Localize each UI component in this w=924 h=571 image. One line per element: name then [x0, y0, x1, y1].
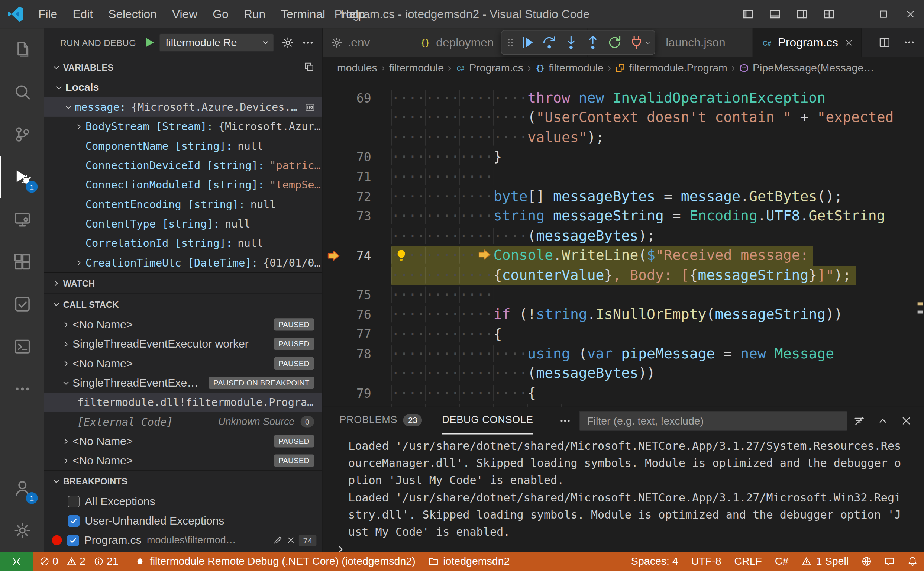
menu-go[interactable]: Go — [205, 0, 236, 28]
panel-tab-debug-console[interactable]: DEBUG CONSOLE — [442, 407, 533, 435]
indentation-status-item[interactable]: Spaces: 4 — [625, 552, 685, 571]
breadcrumb-item[interactable]: filtermodule — [389, 62, 444, 74]
toolbar-grip-icon[interactable] — [504, 37, 516, 48]
workspace-status-item[interactable]: iotedgemsdn2 — [422, 552, 516, 571]
breakpoint-checkbox[interactable] — [67, 534, 79, 546]
launch-config-select[interactable]: filtermodule Re — [159, 34, 274, 52]
maximize-panel-button[interactable] — [871, 407, 894, 435]
tab-.env[interactable]: .env — [323, 28, 412, 57]
activity-run-and-debug[interactable]: 1 — [0, 156, 44, 198]
variables-section-header[interactable]: VARIABLES — [44, 57, 322, 78]
code-row[interactable]: 78················using (var pipeMessage… — [323, 344, 924, 364]
notifications-status-item[interactable] — [901, 552, 924, 571]
code-row[interactable]: ················("UserContext doesn't co… — [323, 108, 924, 128]
breadcrumb-item[interactable]: filtermodule.Program — [615, 62, 727, 74]
activity-additional-views[interactable] — [0, 368, 44, 410]
toggle-panel-button[interactable] — [761, 0, 788, 28]
web-status-item[interactable] — [855, 552, 878, 571]
thread-row[interactable]: <No Name>PAUSED — [44, 315, 322, 334]
variable-row[interactable]: ContentEncoding [string]:null — [44, 194, 322, 214]
diagnostics-status-item[interactable]: 0221 — [33, 552, 129, 571]
code-row[interactable]: 76············if (!string.IsNullOrEmpty(… — [323, 305, 924, 324]
code-row[interactable]: 75············ — [323, 285, 924, 305]
variable-row[interactable]: ComponentName [string]:null — [44, 136, 322, 155]
code-row[interactable]: 71············ — [323, 167, 924, 187]
menu-run[interactable]: Run — [236, 0, 273, 28]
code-row[interactable]: 77············{ — [323, 324, 924, 344]
restart-button[interactable] — [604, 31, 626, 54]
panel-tab-problems[interactable]: PROBLEMS23 — [339, 407, 422, 435]
copy-icon[interactable] — [304, 62, 314, 74]
activity-terminal[interactable] — [0, 325, 44, 368]
watch-section-header[interactable]: WATCH — [44, 273, 322, 294]
menu-selection[interactable]: Selection — [101, 0, 165, 28]
feedback-status-item[interactable] — [878, 552, 901, 571]
stack-frame-row[interactable]: filtermodule.dll!filtermodule.Program.F… — [44, 393, 322, 412]
debug-gear-icon[interactable] — [278, 32, 298, 52]
close-panel-button[interactable] — [895, 407, 918, 435]
thread-row[interactable]: SingleThreadEventExe…PAUSED ON BREAKPOIN… — [44, 373, 322, 393]
breakpoint-row[interactable]: Program.csmodules\filtermod…74 — [44, 531, 322, 550]
clear-console-button[interactable] — [847, 407, 871, 435]
code-row[interactable]: 70············} — [323, 148, 924, 167]
console-prompt[interactable] — [335, 540, 918, 552]
breakpoint-row[interactable]: User-Unhandled Exceptions — [44, 511, 322, 531]
eol-status-item[interactable]: CRLF — [728, 552, 768, 571]
code-row[interactable]: 80····················foreach (var prop … — [323, 403, 924, 407]
code-row[interactable]: 69················throw new InvalidOpera… — [323, 88, 924, 108]
activity-testing[interactable] — [0, 283, 44, 325]
disconnect-menu-chevron-icon[interactable] — [643, 39, 651, 46]
code-row[interactable]: 79················{ — [323, 384, 924, 403]
activity-extensions[interactable] — [0, 241, 44, 283]
variable-row[interactable]: ConnectionModuleId [string]:"tempSe… — [44, 175, 322, 194]
menu-help[interactable]: Help — [333, 0, 372, 28]
activity-search[interactable] — [0, 71, 44, 113]
breadcrumb-item[interactable]: C#Program.cs — [456, 62, 523, 74]
code-row[interactable]: 72············byte[] messageBytes = mess… — [323, 187, 924, 207]
stack-frame-row[interactable]: [External Code]Unknown Source0 — [44, 412, 322, 431]
variable-row[interactable]: CreationTimeUtc [DateTime]:{01/01/0… — [44, 253, 322, 272]
tab-program.cs[interactable]: C#Program.cs — [753, 28, 862, 57]
activity-manage[interactable] — [0, 509, 44, 552]
menu-edit[interactable]: Edit — [65, 0, 101, 28]
thread-row[interactable]: <No Name>PAUSED — [44, 353, 322, 373]
variable-row[interactable]: ContentType [string]:null — [44, 214, 322, 233]
lightbulb-icon[interactable] — [395, 249, 408, 265]
thread-row[interactable]: <No Name>PAUSED — [44, 451, 322, 470]
close-tab-icon[interactable] — [844, 38, 853, 47]
breadcrumb-item[interactable]: modules — [337, 62, 377, 74]
toggle-secondary-sidebar-button[interactable] — [788, 0, 816, 28]
minimize-button[interactable] — [842, 0, 870, 28]
variable-row[interactable]: BodyStream [Stream]:{Microsoft.Azur… — [44, 117, 322, 136]
remove-breakpoint-icon[interactable] — [287, 536, 296, 545]
breakpoint-checkbox[interactable] — [68, 515, 80, 527]
step-into-button[interactable] — [560, 31, 582, 54]
code-row[interactable]: ················(messageBytes)) — [323, 364, 924, 384]
code-editor[interactable]: 69················throw new InvalidOpera… — [323, 80, 924, 407]
activity-explorer[interactable] — [0, 28, 44, 71]
breakpoints-section-header[interactable]: BREAKPOINTS — [44, 470, 322, 491]
debug-session-status-item[interactable]: filtermodule Remote Debug (.NET Core) (i… — [129, 552, 422, 571]
maximize-button[interactable] — [870, 0, 897, 28]
code-row[interactable]: 74··········Console.WriteLine($"Received… — [323, 246, 924, 265]
binary-icon[interactable] — [305, 102, 316, 112]
start-debugging-button[interactable] — [143, 36, 156, 49]
continue-button[interactable] — [516, 31, 538, 54]
activity-remote-explorer[interactable] — [0, 198, 44, 241]
menu-file[interactable]: File — [31, 0, 65, 28]
code-row[interactable]: ················(messageBytes); — [323, 226, 924, 246]
breakpoint-row[interactable]: All Exceptions — [44, 491, 322, 511]
thread-row[interactable]: SingleThreadEventExecutor workerPAUSED — [44, 334, 322, 353]
menu-terminal[interactable]: Terminal — [273, 0, 333, 28]
activity-source-control[interactable] — [0, 113, 44, 155]
breakpoint-checkbox[interactable] — [68, 495, 80, 508]
breadcrumb-item[interactable]: {}filtermodule — [535, 62, 604, 74]
activity-accounts[interactable]: 1 — [0, 467, 44, 509]
code-row[interactable]: ················values"); — [323, 128, 924, 148]
editor-more-button[interactable] — [897, 32, 922, 52]
overview-ruler[interactable] — [916, 80, 924, 407]
panel-more-icon[interactable] — [559, 415, 571, 427]
debug-more-icon[interactable] — [298, 32, 318, 52]
thread-row[interactable]: <No Name>PAUSED — [44, 432, 322, 451]
variables-group-row[interactable]: Locals — [44, 78, 322, 97]
